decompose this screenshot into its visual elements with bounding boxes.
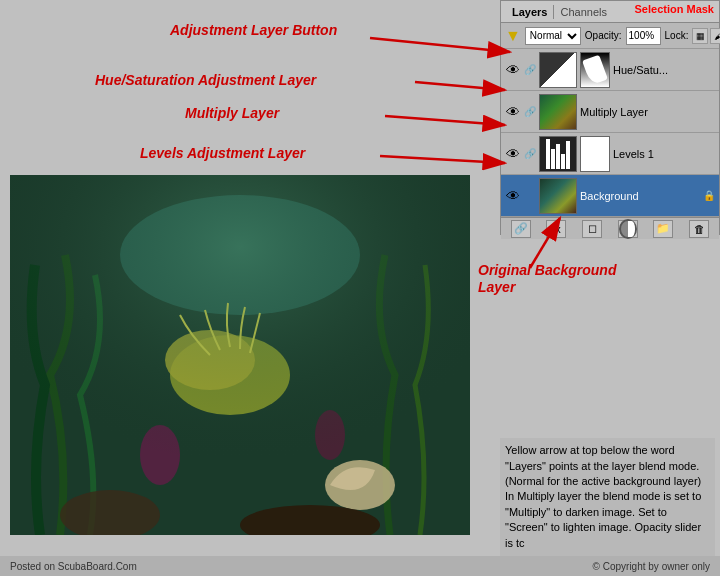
layers-bottom-buttons: 🔗 fx ◻ 📁 🗑 — [501, 217, 719, 239]
selection-mask-label: Selection Mask — [635, 3, 714, 15]
canvas-image — [10, 175, 470, 535]
lock-paint-btn[interactable]: 🖌 — [710, 28, 720, 44]
opacity-label: Opacity: — [585, 30, 622, 41]
layer-name-hue: Hue/Satu... — [613, 64, 715, 76]
layer-name-multiply: Multiply Layer — [580, 106, 715, 118]
layer-thumbnail-levels — [539, 136, 577, 172]
lock-label: Lock: — [665, 30, 689, 41]
svg-rect-9 — [10, 175, 470, 535]
layer-visibility-icon[interactable]: 👁 — [505, 188, 521, 204]
layer-thumbnail-multiply — [539, 94, 577, 130]
add-mask-btn[interactable]: ◻ — [582, 220, 602, 238]
annotation-hue-sat: Hue/Saturation Adjustment Layer — [95, 72, 318, 88]
layer-link-icon — [524, 190, 536, 202]
layer-name-levels: Levels 1 — [613, 148, 715, 160]
layers-controls: ▼ Normal Multiply Screen Opacity: Lock: … — [501, 23, 719, 49]
layer-lock-icon: 🔒 — [703, 190, 715, 202]
layer-mask-levels — [580, 136, 610, 172]
layer-visibility-icon[interactable]: 👁 — [505, 104, 521, 120]
annotation-levels: Levels Adjustment Layer — [140, 145, 307, 161]
layers-panel: Layers Channels Selection Mask ▼ Normal … — [500, 0, 720, 235]
layer-row-hue-saturation[interactable]: 👁 🔗 Hue/Satu... — [501, 49, 719, 91]
copyright-label: © Copyright by owner only — [593, 561, 710, 572]
layer-row-background[interactable]: 👁 Background 🔒 — [501, 175, 719, 217]
canvas-area — [10, 175, 470, 535]
footer-area: Posted on ScubaBoard.Com © Copyright by … — [0, 556, 720, 576]
lock-icons: ▦ 🖌 ✛ 🔒 — [692, 28, 720, 44]
layer-link-icon: 🔗 — [524, 64, 536, 76]
description-box: Yellow arrow at top below the word "Laye… — [500, 438, 715, 556]
svg-line-13 — [380, 156, 505, 163]
layer-thumbnail-hue — [539, 52, 577, 88]
layer-visibility-icon[interactable]: 👁 — [505, 62, 521, 78]
add-adjustment-btn[interactable] — [618, 220, 638, 238]
blend-mode-arrow-icon: ▼ — [505, 27, 521, 45]
layer-mask-hue — [580, 52, 610, 88]
new-group-btn[interactable]: 📁 — [653, 220, 673, 238]
layer-thumbnail-background — [539, 178, 577, 214]
delete-layer-btn[interactable]: 🗑 — [689, 220, 709, 238]
layer-link-icon: 🔗 — [524, 106, 536, 118]
annotation-background-title: Original Background — [478, 262, 617, 278]
svg-line-11 — [415, 82, 505, 90]
fx-btn[interactable]: fx — [546, 220, 566, 238]
layer-row-levels[interactable]: 👁 🔗 Levels 1 — [501, 133, 719, 175]
layers-tab[interactable]: Layers — [506, 5, 554, 19]
layers-panel-header: Layers Channels Selection Mask — [501, 1, 719, 23]
blend-mode-dropdown[interactable]: Normal Multiply Screen — [525, 27, 581, 45]
svg-line-10 — [370, 38, 510, 52]
channels-tab[interactable]: Channels — [554, 5, 612, 19]
svg-line-12 — [385, 116, 505, 125]
layer-row-multiply[interactable]: 👁 🔗 Multiply Layer — [501, 91, 719, 133]
layer-name-background: Background — [580, 190, 700, 202]
opacity-input[interactable] — [626, 27, 661, 45]
link-layers-btn[interactable]: 🔗 — [511, 220, 531, 238]
annotation-multiply: Multiply Layer — [185, 105, 281, 121]
annotation-background-sub: Layer — [478, 279, 517, 295]
annotation-adj-button: Adjustment Layer Button — [169, 22, 337, 38]
posted-label: Posted on ScubaBoard.Com — [10, 561, 137, 572]
layer-visibility-icon[interactable]: 👁 — [505, 146, 521, 162]
layer-link-icon: 🔗 — [524, 148, 536, 160]
description-text: Yellow arrow at top below the word "Laye… — [505, 443, 710, 551]
lock-transparency-btn[interactable]: ▦ — [692, 28, 708, 44]
